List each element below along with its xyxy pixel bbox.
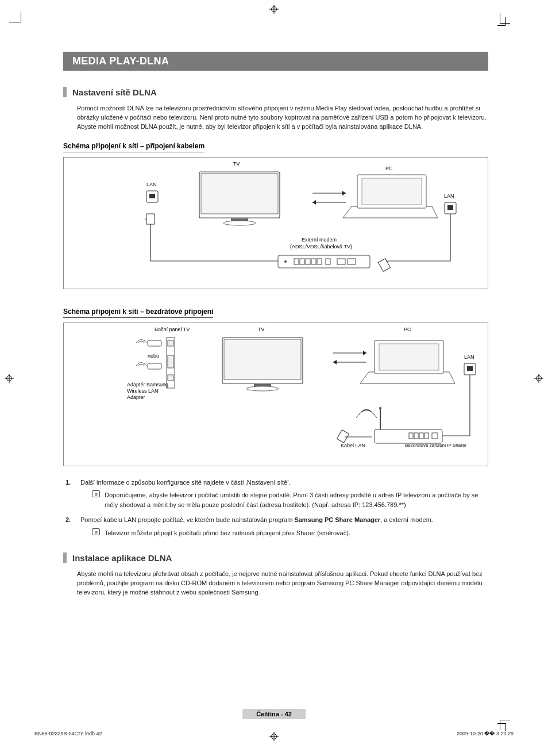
- heading-text: Instalace aplikace DLNA: [72, 553, 172, 563]
- diagram-adapter3: Adapter: [127, 394, 145, 400]
- footer-date: 2009-10-20 �� 3:20:29: [457, 731, 514, 736]
- svg-rect-34: [224, 339, 301, 379]
- svg-point-47: [379, 407, 381, 409]
- diagram-lan-cable: Kabel LAN: [341, 443, 365, 448]
- diagram-adapter1: Adaptér Samsung: [127, 382, 168, 387]
- diagram-pc-label: PC: [385, 166, 393, 171]
- diagram-lan-left: LAN: [146, 182, 157, 187]
- list-number: 2.: [65, 515, 75, 538]
- list-number: 1.: [65, 478, 75, 510]
- svg-rect-12: [146, 214, 155, 224]
- registration-mark-icon: [5, 374, 14, 383]
- diagram-lan: LAN: [464, 354, 474, 360]
- section-body: Pomocí možnosti DLNA lze na televizoru p…: [63, 104, 488, 132]
- svg-rect-17: [278, 255, 370, 268]
- list-bold: Samsung PC Share Manager: [294, 516, 380, 523]
- diagram-sharer: Bezdrátové zařízení IP Sharer: [405, 443, 466, 448]
- diagram-wireless: Boční panel TV TV PC nebo Adaptér Samsun…: [63, 323, 488, 466]
- svg-rect-11: [149, 194, 155, 198]
- diagram-wired: TV PC LAN LAN Externí modem (ADSL/VDSL/k…: [63, 157, 488, 289]
- list-text: Další informace o způsobu konfigurace sí…: [80, 479, 290, 486]
- list-item: 1. Další informace o způsobu konfigurace…: [63, 478, 488, 510]
- svg-rect-15: [447, 205, 453, 210]
- diagram-nebo: nebo: [148, 353, 159, 359]
- diagram-lan-right: LAN: [444, 193, 454, 199]
- heading-bar-icon: [63, 87, 67, 97]
- diagram-tv-label: TV: [258, 327, 265, 332]
- diagram-pc-label: PC: [404, 327, 411, 332]
- svg-rect-53: [337, 430, 349, 443]
- section-heading: Instalace aplikace DLNA: [63, 552, 488, 563]
- section-heading: Nastavení sítě DLNA: [63, 87, 488, 97]
- heading-text: Nastavení sítě DLNA: [72, 87, 157, 97]
- svg-rect-1: [201, 174, 278, 214]
- note-icon: ⌀: [92, 490, 100, 497]
- svg-marker-42: [333, 360, 337, 364]
- svg-rect-28: [168, 340, 173, 346]
- registration-mark-icon: [534, 374, 543, 383]
- svg-rect-30: [168, 375, 173, 381]
- note-text: Televizor můžete připojit k počítači pří…: [105, 528, 350, 538]
- page-number-tag: Čeština - 42: [242, 709, 306, 719]
- list-text-b: , a externí modem.: [380, 516, 433, 523]
- note-icon: ⌀: [92, 528, 100, 535]
- schema-heading-wireless: Schéma připojení k síti – bezdrátové při…: [63, 308, 213, 318]
- svg-rect-5: [362, 178, 422, 205]
- page-content: MEDIA PLAY-DLNA Nastavení sítě DLNA Pomo…: [63, 52, 488, 597]
- diagram-adapter2: Wireless LAN: [127, 388, 159, 394]
- svg-rect-16: [378, 259, 390, 272]
- svg-marker-7: [342, 191, 346, 195]
- heading-bar-icon: [63, 552, 67, 563]
- svg-rect-31: [148, 340, 161, 346]
- footer-line: BN68-02325B-04Cze.indb 42 2009-10-20 �� …: [34, 731, 514, 736]
- svg-rect-35: [254, 384, 271, 386]
- schema-heading-wired: Schéma připojení k síti – připojení kabe…: [63, 142, 204, 152]
- svg-rect-2: [231, 218, 248, 221]
- diagram-side-panel: Boční panel TV: [155, 327, 190, 332]
- svg-rect-32: [148, 363, 161, 369]
- svg-rect-29: [168, 355, 173, 368]
- title-bar: MEDIA PLAY-DLNA: [63, 52, 488, 71]
- list-item: 2. Pomocí kabelu LAN propojte počítač, v…: [63, 515, 488, 538]
- svg-rect-44: [467, 366, 473, 371]
- instruction-list: 1. Další informace o způsobu konfigurace…: [63, 478, 488, 538]
- diagram-modem1: Externí modem: [302, 237, 337, 243]
- diagram-tv-label: TV: [233, 161, 240, 167]
- list-text-a: Pomocí kabelu LAN propojte počítač, ve k…: [80, 516, 294, 523]
- svg-point-26: [284, 260, 287, 263]
- note-text: Doporučujeme, abyste televizor i počítač…: [105, 490, 488, 509]
- svg-point-3: [223, 221, 256, 225]
- svg-point-36: [246, 386, 279, 391]
- section-body: Abyste mohli na televizoru přehrávat obs…: [63, 570, 488, 597]
- svg-rect-38: [379, 344, 439, 370]
- svg-marker-40: [363, 351, 366, 355]
- diagram-modem2: (ADSL/VDSL/kabelová TV): [290, 244, 352, 250]
- registration-mark-icon: [269, 5, 279, 14]
- svg-marker-9: [312, 200, 316, 205]
- footer-file: BN68-02325B-04Cze.indb 42: [34, 731, 102, 736]
